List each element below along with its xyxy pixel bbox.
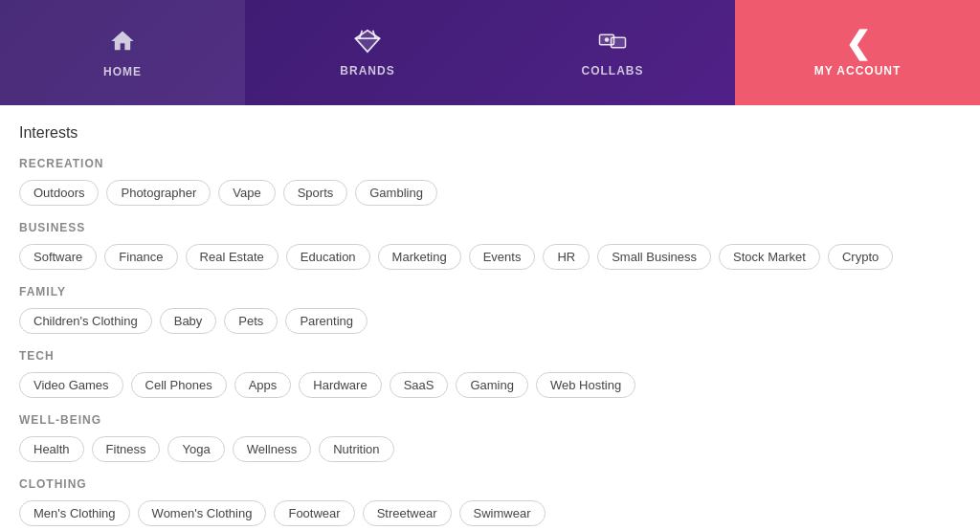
tag[interactable]: Education xyxy=(286,244,370,270)
my-account-icon: ❮ xyxy=(845,28,871,58)
nav-item-my-account[interactable]: ❮MY ACCOUNT xyxy=(735,0,980,105)
tag[interactable]: Children's Clothing xyxy=(19,308,152,334)
tag[interactable]: HR xyxy=(543,244,590,270)
tag[interactable]: Marketing xyxy=(378,244,461,270)
svg-point-6 xyxy=(605,37,610,42)
home-label: HOME xyxy=(103,65,142,78)
category-label-family: FAMILY xyxy=(19,285,961,298)
tags-row-clothing: Men's ClothingWomen's ClothingFootwearSt… xyxy=(19,500,961,526)
tag[interactable]: Outdoors xyxy=(19,180,99,206)
app-wrapper: HOMEBRANDSCOLLABS❮MY ACCOUNT Interests R… xyxy=(0,0,980,530)
tag[interactable]: Web Hosting xyxy=(536,372,635,398)
tags-row-recreation: OutdoorsPhotographerVapeSportsGambling xyxy=(19,180,961,206)
home-icon xyxy=(109,28,136,59)
tag[interactable]: Gambling xyxy=(355,180,437,206)
tag[interactable]: Cell Phones xyxy=(131,372,227,398)
tag[interactable]: Software xyxy=(19,244,97,270)
tag[interactable]: Health xyxy=(19,436,84,462)
tag[interactable]: Sports xyxy=(283,180,348,206)
tags-row-family: Children's ClothingBabyPetsParenting xyxy=(19,308,961,334)
brands-label: BRANDS xyxy=(340,64,394,77)
tag[interactable]: Wellness xyxy=(233,436,312,462)
tag[interactable]: Vape xyxy=(218,180,275,206)
tag[interactable]: Finance xyxy=(104,244,177,270)
category-label-well-being: WELL-BEING xyxy=(19,413,961,427)
category-label-business: BUSINESS xyxy=(19,221,961,234)
category-label-recreation: RECREATION xyxy=(19,157,961,170)
tag[interactable]: Gaming xyxy=(456,372,528,398)
tags-row-tech: Video GamesCell PhonesAppsHardwareSaaSGa… xyxy=(19,372,961,398)
tag[interactable]: Apps xyxy=(234,372,292,398)
category-label-tech: TECH xyxy=(19,349,961,363)
category-label-clothing: CLOTHING xyxy=(19,477,961,491)
collabs-label: COLLABS xyxy=(582,64,644,77)
tag[interactable]: Women's Clothing xyxy=(138,500,267,526)
tag[interactable]: Real Estate xyxy=(186,244,278,270)
svg-rect-5 xyxy=(612,37,626,48)
tag[interactable]: Swimwear xyxy=(459,500,546,526)
tag[interactable]: Photographer xyxy=(106,180,211,206)
nav-item-collabs[interactable]: COLLABS xyxy=(490,0,735,105)
collabs-icon xyxy=(598,29,627,58)
tag[interactable]: Hardware xyxy=(299,372,381,398)
main-content: Interests RECREATIONOutdoorsPhotographer… xyxy=(0,105,980,530)
tag[interactable]: Baby xyxy=(160,308,217,334)
tags-row-well-being: HealthFitnessYogaWellnessNutrition xyxy=(19,436,961,462)
tag[interactable]: SaaS xyxy=(390,372,449,398)
tag[interactable]: Footwear xyxy=(274,500,354,526)
tags-row-business: SoftwareFinanceReal EstateEducationMarke… xyxy=(19,244,961,270)
interests-title: Interests xyxy=(19,124,961,142)
my-account-label: MY ACCOUNT xyxy=(814,64,902,77)
tag[interactable]: Stock Market xyxy=(719,244,820,270)
tag[interactable]: Nutrition xyxy=(319,436,393,462)
tag[interactable]: Pets xyxy=(224,308,278,334)
tag[interactable]: Crypto xyxy=(828,244,893,270)
tag[interactable]: Streetwear xyxy=(363,500,452,526)
svg-marker-0 xyxy=(355,30,379,51)
brands-icon xyxy=(354,29,381,58)
tag[interactable]: Video Games xyxy=(19,372,123,398)
nav-item-home[interactable]: HOME xyxy=(0,0,245,105)
tag[interactable]: Yoga xyxy=(167,436,224,462)
tag[interactable]: Fitness xyxy=(92,436,161,462)
tag[interactable]: Men's Clothing xyxy=(19,500,130,526)
tag[interactable]: Small Business xyxy=(597,244,711,270)
tag[interactable]: Parenting xyxy=(285,308,368,334)
main-header: HOMEBRANDSCOLLABS❮MY ACCOUNT xyxy=(0,0,980,105)
tag[interactable]: Events xyxy=(469,244,536,270)
nav-item-brands[interactable]: BRANDS xyxy=(245,0,490,105)
